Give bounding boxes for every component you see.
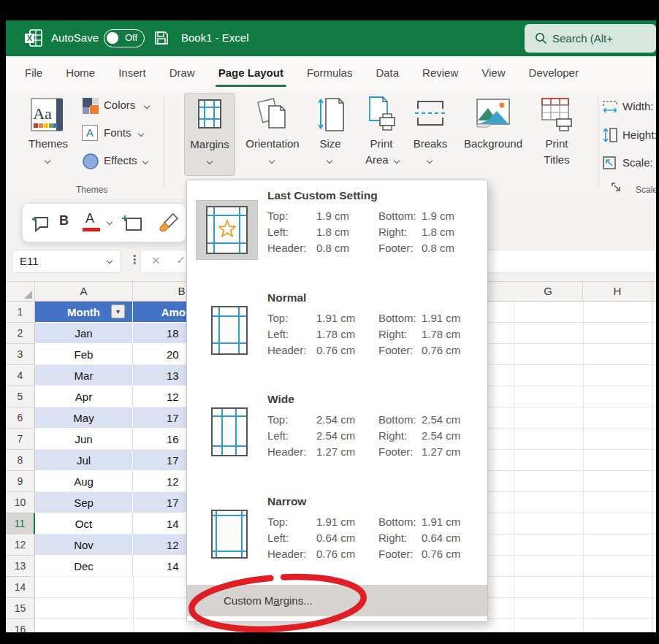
name-box[interactable]: E11	[12, 250, 121, 273]
themes-icon: Aa	[29, 97, 66, 132]
fonts-icon: A	[82, 125, 98, 141]
select-all-corner[interactable]	[6, 282, 35, 301]
scale-width-row[interactable]: Width:	[602, 99, 656, 118]
row-header-1[interactable]: 1	[6, 302, 35, 323]
insert-cells-icon[interactable]	[122, 214, 142, 233]
print-titles-button[interactable]: Print Titles	[533, 93, 580, 176]
margin-preset-normal[interactable]: Normal Top:1.91 cmBottom:1.91 cm Left:1.…	[187, 291, 487, 394]
chevron-down-icon	[269, 158, 275, 164]
search-placeholder: Search (Alt+	[552, 32, 613, 45]
row-header-8[interactable]: 8	[6, 450, 35, 471]
print-titles-label-2: Titles	[544, 153, 569, 166]
cancel-icon[interactable]: ✕	[151, 254, 161, 267]
column-header-h[interactable]: H	[583, 282, 652, 301]
row-header-14[interactable]: 14	[6, 577, 35, 598]
colors-icon	[82, 97, 99, 115]
print-area-label-2: Area	[365, 153, 389, 166]
format-painter-icon[interactable]	[159, 212, 180, 234]
autosave-state: Off	[125, 32, 137, 43]
colors-label: Colors	[104, 99, 135, 111]
row-header-3[interactable]: 3	[6, 344, 35, 365]
tab-formulas[interactable]: Formulas	[295, 56, 365, 91]
save-icon[interactable]	[153, 30, 169, 46]
gridline	[514, 302, 514, 632]
tab-insert[interactable]: Insert	[107, 56, 158, 91]
orientation-button[interactable]: Orientation	[241, 93, 304, 176]
resize-dots-icon[interactable]: ⋮	[129, 253, 140, 267]
width-icon	[602, 100, 618, 115]
scale-icon	[602, 156, 617, 170]
row-header-6[interactable]: 6	[6, 407, 35, 429]
column-header-a[interactable]: A	[35, 282, 133, 301]
row-header-11-active[interactable]: 11	[6, 513, 35, 534]
row-header-9[interactable]: 9	[6, 471, 35, 492]
row-header-5[interactable]: 5	[6, 386, 35, 407]
row-header-7[interactable]: 7	[6, 429, 35, 450]
svg-text:Aa: Aa	[33, 104, 52, 123]
preset-title: Narrow	[267, 495, 306, 508]
mini-toolbar: B A	[22, 203, 186, 242]
margin-preset-wide[interactable]: Wide Top:2.54 cmBottom:2.54 cm Left:2.54…	[187, 393, 487, 495]
margins-icon	[198, 99, 221, 129]
scale-scale-row[interactable]: Scale:	[602, 154, 656, 173]
effects-label: Effects	[104, 154, 137, 166]
row-header-15[interactable]: 15	[6, 598, 35, 619]
dialog-launcher-icon[interactable]	[611, 182, 622, 193]
excel-window: X AutoSave Off Book1 - Excel Search (Alt…	[0, 0, 659, 644]
tab-review[interactable]: Review	[411, 56, 470, 91]
gridline	[133, 577, 134, 632]
red-circle-annotation	[181, 571, 378, 638]
excel-logo-icon: X	[23, 28, 44, 48]
font-color-button[interactable]: A	[83, 211, 102, 234]
chevron-down-icon	[427, 158, 433, 164]
group-divider	[598, 96, 598, 188]
search-box[interactable]: Search (Alt+	[525, 24, 656, 53]
enter-check-icon[interactable]: ✓	[176, 253, 186, 267]
margins-dropdown-menu: Last Custom Setting Top:1.9 cmBottom:1.9…	[186, 180, 488, 622]
margins-label: Margins	[190, 138, 229, 150]
column-header-g[interactable]: G	[514, 282, 583, 301]
tab-draw[interactable]: Draw	[158, 56, 207, 91]
preset-title: Last Custom Setting	[267, 189, 378, 202]
search-icon	[535, 32, 547, 45]
print-area-label-1: Print	[370, 137, 393, 150]
breaks-icon	[414, 99, 447, 129]
effects-button[interactable]: Effects	[79, 151, 159, 172]
margin-preset-last-custom[interactable]: Last Custom Setting Top:1.9 cmBottom:1.9…	[187, 189, 487, 291]
row-header-12[interactable]: 12	[6, 534, 35, 556]
background-label: Background	[464, 137, 522, 150]
fonts-button[interactable]: A Fonts	[79, 123, 159, 144]
empty-cells[interactable]	[35, 577, 193, 632]
new-comment-icon[interactable]	[31, 214, 50, 233]
chevron-down-icon[interactable]	[107, 219, 113, 225]
tab-view[interactable]: View	[470, 56, 517, 91]
toggle-knob	[107, 32, 118, 44]
scale-height-row[interactable]: Height:	[602, 126, 656, 145]
background-button[interactable]: Background	[456, 93, 530, 176]
group-divider	[164, 96, 164, 188]
tab-data[interactable]: Data	[364, 56, 411, 91]
themes-button[interactable]: Aa Themes	[20, 93, 76, 176]
row-header-13[interactable]: 13	[6, 556, 35, 577]
row-header-2[interactable]: 2	[6, 323, 35, 344]
month-header-cell[interactable]: Month ▾	[35, 302, 133, 323]
tab-home[interactable]: Home	[54, 56, 107, 91]
row-header-4[interactable]: 4	[6, 365, 35, 386]
colors-button[interactable]: Colors	[79, 96, 159, 116]
chevron-down-icon	[327, 158, 332, 164]
print-area-button[interactable]: Print Area	[358, 93, 405, 176]
tab-page-layout[interactable]: Page Layout	[207, 56, 295, 91]
size-button[interactable]: Size	[308, 93, 352, 176]
breaks-label: Breaks	[414, 137, 448, 150]
row-header-16[interactable]: 16	[6, 619, 35, 632]
tab-developer[interactable]: Developer	[517, 56, 590, 91]
autosave-toggle[interactable]: Off	[104, 29, 145, 47]
margins-button[interactable]: Margins	[184, 93, 235, 176]
chevron-down-icon	[142, 158, 148, 164]
month-filter-button[interactable]: ▾	[111, 304, 125, 318]
row-header-10[interactable]: 10	[6, 492, 35, 513]
print-area-icon	[367, 96, 397, 132]
breaks-button[interactable]: Breaks	[408, 93, 453, 176]
bold-button[interactable]: B	[59, 213, 69, 229]
tab-file[interactable]: File	[13, 56, 54, 91]
